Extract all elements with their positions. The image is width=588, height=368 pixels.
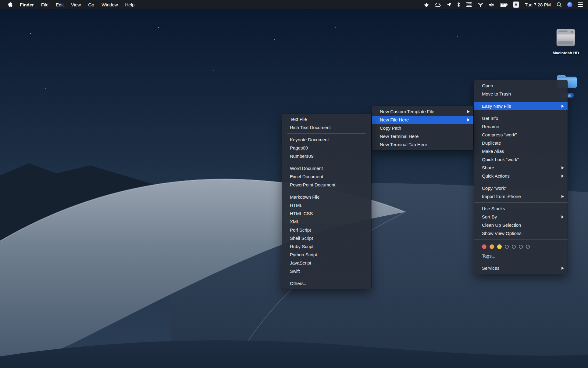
menu-bar: Finder File Edit View Go Window Help	[0, 0, 588, 9]
menu-item-shell-script[interactable]: Shell Script	[282, 234, 371, 242]
submenu-arrow-icon	[561, 195, 564, 198]
menu-item-label: Services	[482, 265, 500, 271]
tag-orange[interactable]	[490, 244, 494, 249]
menu-bar-left: Finder File Edit View Go Window Help	[0, 0, 138, 9]
menu-item-perl-script[interactable]: Perl Script	[282, 226, 371, 234]
tag-red[interactable]	[482, 244, 486, 249]
spotlight-icon[interactable]	[554, 0, 565, 9]
context-menu: Open Move to Trash Easy New File Get Inf…	[474, 80, 568, 274]
menu-item-javascript[interactable]: JavaScript	[282, 259, 371, 267]
menu-item-import-from-iphone[interactable]: Import from iPhone	[474, 192, 568, 200]
menu-item-others[interactable]: Others..	[282, 279, 371, 287]
menu-item-move-to-trash[interactable]: Move to Trash	[474, 90, 568, 98]
menu-item-make-alias[interactable]: Make Alias	[474, 147, 568, 155]
menu-item-copy-path[interactable]: Copy Path	[372, 124, 473, 132]
menu-item-text-file[interactable]: Text File	[282, 115, 371, 123]
tag-yellow[interactable]	[497, 244, 502, 249]
tag-empty[interactable]	[526, 245, 530, 249]
menu-item-quick-actions[interactable]: Quick Actions	[474, 172, 568, 180]
menu-item-get-info[interactable]: Get Info	[474, 114, 568, 122]
menu-item-new-custom-template-file[interactable]: New Custom Template File	[372, 107, 473, 116]
menu-item-word-document[interactable]: Word Document	[282, 164, 371, 172]
menu-item-html[interactable]: HTML	[282, 201, 371, 209]
menu-item-numbers09[interactable]: Numbers09	[282, 152, 371, 160]
menu-item-ruby-script[interactable]: Ruby Script	[282, 242, 371, 251]
cloud-icon[interactable]	[432, 0, 444, 9]
menu-separator	[287, 133, 366, 134]
menu-help[interactable]: Help	[122, 0, 138, 9]
menu-separator	[287, 277, 366, 277]
menu-item-python-script[interactable]: Python Script	[282, 251, 371, 259]
menu-item-new-file-here[interactable]: New File Here	[372, 116, 473, 124]
menu-item-rich-text-document[interactable]: Rich Text Document	[282, 123, 371, 132]
menu-item-duplicate[interactable]: Duplicate	[474, 139, 568, 147]
menu-item-easy-new-file[interactable]: Easy New File	[474, 102, 568, 110]
menu-item-compress[interactable]: Compress “work”	[474, 131, 568, 139]
tag-empty[interactable]	[505, 245, 509, 249]
siri-orb	[567, 2, 572, 7]
menu-item-markdown-file[interactable]: Markdown File	[282, 193, 371, 201]
menu-item-label: New Custom Template File	[380, 109, 434, 114]
menu-separator	[287, 162, 366, 162]
submenu-arrow-icon	[467, 110, 470, 113]
menu-item-new-terminal-here[interactable]: New Terminal Here	[372, 132, 473, 140]
menu-item-copy[interactable]: Copy “work”	[474, 184, 568, 192]
menu-separator	[474, 182, 568, 182]
menu-item-show-view-options[interactable]: Show View Options	[474, 229, 568, 237]
menu-separator	[474, 262, 568, 262]
input-source-icon[interactable]: A	[513, 2, 519, 8]
submenu-arrow-icon	[561, 175, 564, 178]
menu-item-new-terminal-tab-here[interactable]: New Terminal Tab Here	[372, 140, 473, 149]
menu-bar-clock[interactable]: Tue 7:28 PM	[522, 0, 554, 9]
desktop-icon-macintosh-hd[interactable]: Macintosh HD	[549, 27, 583, 56]
menu-window[interactable]: Window	[98, 0, 121, 9]
menu-item-label: Easy New File	[482, 103, 511, 109]
paper-plane-icon[interactable]	[444, 0, 454, 9]
menu-finder[interactable]: Finder	[16, 0, 37, 9]
submenu-arrow-icon	[561, 215, 564, 218]
menu-edit[interactable]: Edit	[52, 0, 67, 9]
menu-separator	[287, 191, 366, 191]
battery-charging-icon[interactable]	[497, 0, 510, 9]
submenu-arrow-icon	[561, 105, 564, 108]
menu-file[interactable]: File	[37, 0, 52, 9]
keyboard-icon[interactable]	[463, 0, 475, 9]
menu-item-rename[interactable]: Rename	[474, 122, 568, 131]
menu-item-label: Quick Actions	[482, 173, 510, 179]
paw-icon[interactable]	[421, 0, 432, 9]
menu-item-html-css[interactable]: HTML CSS	[282, 209, 371, 218]
menu-item-excel-document[interactable]: Excel Document	[282, 172, 371, 181]
menu-item-pages09[interactable]: Pages09	[282, 144, 371, 152]
apple-menu[interactable]	[4, 0, 16, 9]
submenu-new-file-here: Text File Rich Text Document Keynote Doc…	[282, 114, 371, 289]
menu-item-powerpoint-document[interactable]: PowerPoint Document	[282, 181, 371, 189]
bluetooth-icon[interactable]	[454, 0, 463, 9]
submenu-easy-new-file: New Custom Template File New File Here C…	[372, 106, 473, 150]
menu-view[interactable]: View	[67, 0, 84, 9]
tag-empty[interactable]	[519, 245, 523, 249]
menu-item-share[interactable]: Share	[474, 164, 568, 172]
wifi-icon[interactable]	[475, 0, 486, 9]
menu-item-sort-by[interactable]: Sort By	[474, 213, 568, 221]
menu-item-tags[interactable]: Tags...	[474, 252, 568, 260]
menu-bar-status: A Tue 7:28 PM	[421, 0, 588, 9]
submenu-arrow-icon	[561, 267, 564, 270]
siri-icon[interactable]	[565, 0, 575, 9]
menu-go[interactable]: Go	[84, 0, 98, 9]
menu-item-keynote-document[interactable]: Keynote Document	[282, 135, 371, 144]
menu-item-label: Sort By	[482, 214, 497, 219]
menu-item-quick-look[interactable]: Quick Look “work”	[474, 155, 568, 164]
menu-separator	[474, 202, 568, 203]
menu-item-swift[interactable]: Swift	[282, 267, 371, 275]
menu-item-clean-up-selection[interactable]: Clean Up Selection	[474, 221, 568, 229]
menu-item-use-stacks[interactable]: Use Stacks	[474, 204, 568, 213]
menu-item-xml[interactable]: XML	[282, 218, 371, 226]
notification-center-icon[interactable]	[575, 0, 586, 9]
apple-logo-icon	[8, 2, 12, 8]
tag-empty[interactable]	[512, 245, 516, 249]
submenu-arrow-icon	[467, 118, 470, 121]
menu-item-services[interactable]: Services	[474, 264, 568, 272]
menu-item-open[interactable]: Open	[474, 81, 568, 90]
volume-icon[interactable]	[486, 0, 497, 9]
menu-separator	[474, 112, 568, 112]
